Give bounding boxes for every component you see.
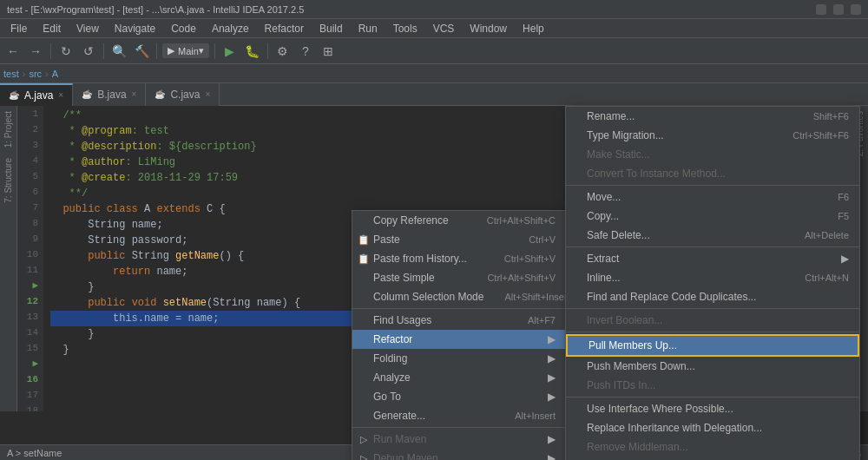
refactor-remove-middleman: Remove Middleman... xyxy=(566,437,859,457)
refactor-push-itds: Push ITDs In... xyxy=(566,376,859,395)
tab-cjava-close[interactable]: × xyxy=(205,89,210,99)
menu-view[interactable]: View xyxy=(69,21,106,36)
menu-code[interactable]: Code xyxy=(164,21,203,36)
refactor-use-interface[interactable]: Use Interface Where Possible... xyxy=(566,399,859,418)
ctx-goto[interactable]: Go To ▶ xyxy=(352,387,566,406)
context-menu: Copy Reference Ctrl+Alt+Shift+C 📋 Paste … xyxy=(352,210,567,460)
refactor-make-static: Make Static... xyxy=(566,145,859,164)
refactor-inline[interactable]: Inline... Ctrl+Alt+N xyxy=(566,268,859,287)
refactor-copy[interactable]: Copy... F5 xyxy=(566,207,859,226)
menu-run[interactable]: Run xyxy=(352,21,385,36)
ctx-paste-simple-shortcut: Ctrl+Alt+Shift+V xyxy=(487,273,556,283)
refactor-inline-label: Inline... xyxy=(587,272,621,284)
tab-ajava[interactable]: ☕ A.java × xyxy=(0,83,73,106)
breadcrumb-sep-1: › xyxy=(23,69,26,79)
title-text: test - [E:\wxProgram\test] - [test] - ..… xyxy=(7,4,304,15)
toolbar-settings[interactable]: ⚙ xyxy=(273,42,293,61)
refactor-type-migration[interactable]: Type Migration... Ctrl+Shift+F6 xyxy=(566,126,859,145)
java-icon-a: ☕ xyxy=(9,90,19,100)
refactor-make-static-label: Make Static... xyxy=(587,148,650,161)
breadcrumb-src[interactable]: src xyxy=(29,69,42,79)
refactor-extract-arrow: ▶ xyxy=(841,253,849,265)
run-config-dropdown[interactable]: ▶ Main ▾ xyxy=(162,43,209,58)
ctx-column-mode[interactable]: Column Selection Mode Alt+Shift+Insert xyxy=(352,287,566,306)
menu-vcs[interactable]: VCS xyxy=(426,21,462,36)
ctx-run-maven: ▷ Run Maven ▶ xyxy=(352,430,566,449)
ctx-column-mode-label: Column Selection Mode xyxy=(373,291,483,303)
minimize-btn[interactable] xyxy=(816,4,826,15)
toolbar-fwd[interactable]: → xyxy=(26,42,45,61)
tab-ajava-close[interactable]: × xyxy=(58,90,63,100)
breadcrumb: test › src › A xyxy=(0,64,868,83)
refactor-remove-middleman-label: Remove Middleman... xyxy=(587,441,688,453)
refactor-sep-1 xyxy=(566,185,859,186)
menu-analyze[interactable]: Analyze xyxy=(205,21,256,36)
sidebar-structure-label[interactable]: 7: Structure xyxy=(0,153,16,208)
menu-file[interactable]: File xyxy=(3,21,34,36)
menu-navigate[interactable]: Navigate xyxy=(108,21,162,36)
refactor-type-migration-label: Type Migration... xyxy=(587,129,664,141)
refactor-extract-label: Extract xyxy=(587,253,619,265)
refactor-safe-delete[interactable]: Safe Delete... Alt+Delete xyxy=(566,226,859,245)
ctx-generate[interactable]: Generate... Alt+Insert xyxy=(352,406,566,425)
ctx-find-usages[interactable]: Find Usages Alt+F7 xyxy=(352,311,566,330)
breadcrumb-sep-2: › xyxy=(45,69,49,79)
toolbar-build[interactable]: 🔨 xyxy=(132,42,151,61)
tab-bjava[interactable]: ☕ B.java × xyxy=(73,83,146,106)
menu-window[interactable]: Window xyxy=(463,21,514,36)
ctx-folding[interactable]: Folding ▶ xyxy=(352,349,566,368)
toolbar-refresh[interactable]: ↻ xyxy=(56,42,76,61)
java-icon-b: ☕ xyxy=(82,89,92,99)
refactor-replace-inheritance[interactable]: Replace Inheritance with Delegation... xyxy=(566,418,859,437)
ctx-copy-reference[interactable]: Copy Reference Ctrl+Alt+Shift+C xyxy=(352,211,566,230)
toolbar-debug-btn[interactable]: 🐛 xyxy=(243,42,262,61)
toolbar-back[interactable]: ← xyxy=(3,42,23,61)
toolbar-terminal[interactable]: ⊞ xyxy=(319,42,338,61)
refactor-convert-instance-label: Convert To Instance Method... xyxy=(587,168,726,180)
menu-edit[interactable]: Edit xyxy=(36,21,68,36)
refactor-find-replace-dups[interactable]: Find and Replace Code Duplicates... xyxy=(566,287,859,306)
toolbar-run-btn[interactable]: ▶ xyxy=(220,42,240,61)
toolbar-help[interactable]: ? xyxy=(296,42,315,61)
debug-maven-icon: ▷ xyxy=(358,453,370,461)
ctx-paste-simple[interactable]: Paste Simple Ctrl+Alt+Shift+V xyxy=(352,268,566,287)
refactor-type-migration-shortcut: Ctrl+Shift+F6 xyxy=(792,130,849,141)
refactor-push-down[interactable]: Push Members Down... xyxy=(566,357,859,376)
java-icon-c: ☕ xyxy=(155,89,165,99)
refactor-invert-boolean: Invert Boolean... xyxy=(566,311,859,330)
paste-history-icon: 📋 xyxy=(358,253,370,265)
menu-build[interactable]: Build xyxy=(312,21,350,36)
tab-bjava-close[interactable]: × xyxy=(132,89,137,99)
ctx-goto-label: Go To xyxy=(373,391,401,403)
menu-tools[interactable]: Tools xyxy=(386,21,424,36)
window-controls xyxy=(816,4,861,15)
menu-help[interactable]: Help xyxy=(516,21,551,36)
ctx-paste-history-shortcut: Ctrl+Shift+V xyxy=(504,253,556,264)
toolbar-undo[interactable]: ↺ xyxy=(79,42,98,61)
ctx-refactor-label: Refactor xyxy=(373,333,412,345)
menu-bar: File Edit View Navigate Code Analyze Ref… xyxy=(0,19,868,38)
ctx-analyze[interactable]: Analyze ▶ xyxy=(352,368,566,387)
menu-refactor[interactable]: Refactor xyxy=(258,21,311,36)
refactor-sep-2 xyxy=(566,246,859,247)
refactor-move-shortcut: F6 xyxy=(838,192,849,202)
left-sidebar: 1: Project 7: Structure xyxy=(0,106,17,411)
refactor-copy-shortcut: F5 xyxy=(838,211,849,221)
maximize-btn[interactable] xyxy=(833,4,844,15)
ctx-paste-history[interactable]: 📋 Paste from History... Ctrl+Shift+V xyxy=(352,249,566,268)
toolbar-search[interactable]: 🔍 xyxy=(109,42,128,61)
breadcrumb-project[interactable]: test xyxy=(3,69,19,79)
close-btn[interactable] xyxy=(851,4,861,15)
ctx-run-maven-arrow: ▶ xyxy=(548,433,556,445)
refactor-find-replace-dups-label: Find and Replace Code Duplicates... xyxy=(587,291,756,303)
ctx-refactor[interactable]: Refactor ▶ xyxy=(352,330,566,349)
breadcrumb-file[interactable]: A xyxy=(52,69,58,79)
sidebar-project-label[interactable]: 1: Project xyxy=(0,106,16,153)
refactor-extract[interactable]: Extract ▶ xyxy=(566,249,859,268)
refactor-pull-up[interactable]: Pull Members Up... xyxy=(566,334,859,357)
tab-cjava[interactable]: ☕ C.java × xyxy=(146,83,220,106)
refactor-move[interactable]: Move... F6 xyxy=(566,187,859,207)
refactor-rename[interactable]: Rename... Shift+F6 xyxy=(566,107,859,126)
ctx-paste[interactable]: 📋 Paste Ctrl+V xyxy=(352,230,566,249)
ctx-folding-arrow: ▶ xyxy=(548,352,556,365)
